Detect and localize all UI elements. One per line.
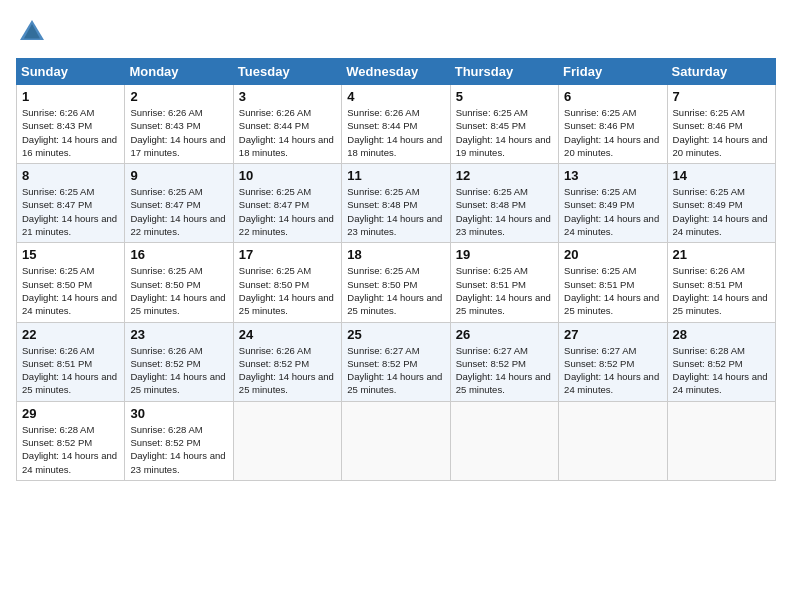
day-number: 12 [456, 168, 553, 183]
day-number: 22 [22, 327, 119, 342]
day-info: Sunrise: 6:25 AMSunset: 8:49 PMDaylight:… [673, 186, 768, 237]
day-number: 21 [673, 247, 770, 262]
day-number: 3 [239, 89, 336, 104]
calendar-cell: 10 Sunrise: 6:25 AMSunset: 8:47 PMDaylig… [233, 164, 341, 243]
calendar-week-row: 8 Sunrise: 6:25 AMSunset: 8:47 PMDayligh… [17, 164, 776, 243]
calendar-cell: 26 Sunrise: 6:27 AMSunset: 8:52 PMDaylig… [450, 322, 558, 401]
day-info: Sunrise: 6:25 AMSunset: 8:46 PMDaylight:… [564, 107, 659, 158]
calendar: SundayMondayTuesdayWednesdayThursdayFrid… [16, 58, 776, 481]
calendar-cell: 17 Sunrise: 6:25 AMSunset: 8:50 PMDaylig… [233, 243, 341, 322]
day-info: Sunrise: 6:28 AMSunset: 8:52 PMDaylight:… [130, 424, 225, 475]
calendar-cell: 27 Sunrise: 6:27 AMSunset: 8:52 PMDaylig… [559, 322, 667, 401]
calendar-cell: 13 Sunrise: 6:25 AMSunset: 8:49 PMDaylig… [559, 164, 667, 243]
day-info: Sunrise: 6:26 AMSunset: 8:52 PMDaylight:… [239, 345, 334, 396]
calendar-cell: 30 Sunrise: 6:28 AMSunset: 8:52 PMDaylig… [125, 401, 233, 480]
calendar-cell: 11 Sunrise: 6:25 AMSunset: 8:48 PMDaylig… [342, 164, 450, 243]
calendar-cell: 24 Sunrise: 6:26 AMSunset: 8:52 PMDaylig… [233, 322, 341, 401]
calendar-cell: 19 Sunrise: 6:25 AMSunset: 8:51 PMDaylig… [450, 243, 558, 322]
logo [16, 16, 52, 48]
day-info: Sunrise: 6:25 AMSunset: 8:47 PMDaylight:… [130, 186, 225, 237]
day-info: Sunrise: 6:26 AMSunset: 8:52 PMDaylight:… [130, 345, 225, 396]
day-info: Sunrise: 6:26 AMSunset: 8:51 PMDaylight:… [22, 345, 117, 396]
calendar-cell: 22 Sunrise: 6:26 AMSunset: 8:51 PMDaylig… [17, 322, 125, 401]
day-info: Sunrise: 6:26 AMSunset: 8:44 PMDaylight:… [347, 107, 442, 158]
calendar-cell [450, 401, 558, 480]
calendar-header-row: SundayMondayTuesdayWednesdayThursdayFrid… [17, 59, 776, 85]
day-number: 7 [673, 89, 770, 104]
day-info: Sunrise: 6:25 AMSunset: 8:49 PMDaylight:… [564, 186, 659, 237]
logo-icon [16, 16, 48, 48]
day-number: 10 [239, 168, 336, 183]
day-number: 25 [347, 327, 444, 342]
calendar-cell: 28 Sunrise: 6:28 AMSunset: 8:52 PMDaylig… [667, 322, 775, 401]
calendar-cell [233, 401, 341, 480]
weekday-header: Tuesday [233, 59, 341, 85]
calendar-cell [342, 401, 450, 480]
calendar-cell: 18 Sunrise: 6:25 AMSunset: 8:50 PMDaylig… [342, 243, 450, 322]
weekday-header: Saturday [667, 59, 775, 85]
day-info: Sunrise: 6:26 AMSunset: 8:43 PMDaylight:… [130, 107, 225, 158]
calendar-cell: 14 Sunrise: 6:25 AMSunset: 8:49 PMDaylig… [667, 164, 775, 243]
day-number: 16 [130, 247, 227, 262]
calendar-week-row: 15 Sunrise: 6:25 AMSunset: 8:50 PMDaylig… [17, 243, 776, 322]
calendar-cell: 6 Sunrise: 6:25 AMSunset: 8:46 PMDayligh… [559, 85, 667, 164]
calendar-cell: 3 Sunrise: 6:26 AMSunset: 8:44 PMDayligh… [233, 85, 341, 164]
day-number: 4 [347, 89, 444, 104]
day-number: 23 [130, 327, 227, 342]
day-info: Sunrise: 6:26 AMSunset: 8:51 PMDaylight:… [673, 265, 768, 316]
day-info: Sunrise: 6:27 AMSunset: 8:52 PMDaylight:… [456, 345, 551, 396]
weekday-header: Sunday [17, 59, 125, 85]
calendar-cell [667, 401, 775, 480]
calendar-cell: 12 Sunrise: 6:25 AMSunset: 8:48 PMDaylig… [450, 164, 558, 243]
calendar-week-row: 29 Sunrise: 6:28 AMSunset: 8:52 PMDaylig… [17, 401, 776, 480]
day-number: 2 [130, 89, 227, 104]
calendar-cell: 1 Sunrise: 6:26 AMSunset: 8:43 PMDayligh… [17, 85, 125, 164]
day-number: 6 [564, 89, 661, 104]
day-number: 9 [130, 168, 227, 183]
day-number: 15 [22, 247, 119, 262]
day-info: Sunrise: 6:25 AMSunset: 8:48 PMDaylight:… [456, 186, 551, 237]
calendar-cell: 5 Sunrise: 6:25 AMSunset: 8:45 PMDayligh… [450, 85, 558, 164]
day-info: Sunrise: 6:25 AMSunset: 8:50 PMDaylight:… [347, 265, 442, 316]
day-info: Sunrise: 6:26 AMSunset: 8:44 PMDaylight:… [239, 107, 334, 158]
weekday-header: Monday [125, 59, 233, 85]
day-info: Sunrise: 6:25 AMSunset: 8:51 PMDaylight:… [456, 265, 551, 316]
day-number: 18 [347, 247, 444, 262]
day-info: Sunrise: 6:25 AMSunset: 8:47 PMDaylight:… [239, 186, 334, 237]
day-info: Sunrise: 6:25 AMSunset: 8:45 PMDaylight:… [456, 107, 551, 158]
day-info: Sunrise: 6:25 AMSunset: 8:50 PMDaylight:… [130, 265, 225, 316]
calendar-cell: 8 Sunrise: 6:25 AMSunset: 8:47 PMDayligh… [17, 164, 125, 243]
calendar-cell: 25 Sunrise: 6:27 AMSunset: 8:52 PMDaylig… [342, 322, 450, 401]
calendar-cell: 15 Sunrise: 6:25 AMSunset: 8:50 PMDaylig… [17, 243, 125, 322]
day-info: Sunrise: 6:25 AMSunset: 8:48 PMDaylight:… [347, 186, 442, 237]
day-info: Sunrise: 6:25 AMSunset: 8:50 PMDaylight:… [239, 265, 334, 316]
day-number: 24 [239, 327, 336, 342]
day-number: 5 [456, 89, 553, 104]
day-info: Sunrise: 6:28 AMSunset: 8:52 PMDaylight:… [22, 424, 117, 475]
calendar-week-row: 22 Sunrise: 6:26 AMSunset: 8:51 PMDaylig… [17, 322, 776, 401]
calendar-cell: 4 Sunrise: 6:26 AMSunset: 8:44 PMDayligh… [342, 85, 450, 164]
day-info: Sunrise: 6:25 AMSunset: 8:47 PMDaylight:… [22, 186, 117, 237]
calendar-week-row: 1 Sunrise: 6:26 AMSunset: 8:43 PMDayligh… [17, 85, 776, 164]
day-number: 30 [130, 406, 227, 421]
page-header [16, 16, 776, 48]
day-info: Sunrise: 6:25 AMSunset: 8:51 PMDaylight:… [564, 265, 659, 316]
calendar-cell: 9 Sunrise: 6:25 AMSunset: 8:47 PMDayligh… [125, 164, 233, 243]
day-number: 13 [564, 168, 661, 183]
calendar-cell: 23 Sunrise: 6:26 AMSunset: 8:52 PMDaylig… [125, 322, 233, 401]
calendar-cell: 2 Sunrise: 6:26 AMSunset: 8:43 PMDayligh… [125, 85, 233, 164]
day-number: 14 [673, 168, 770, 183]
calendar-cell [559, 401, 667, 480]
calendar-cell: 7 Sunrise: 6:25 AMSunset: 8:46 PMDayligh… [667, 85, 775, 164]
day-info: Sunrise: 6:25 AMSunset: 8:50 PMDaylight:… [22, 265, 117, 316]
weekday-header: Friday [559, 59, 667, 85]
weekday-header: Thursday [450, 59, 558, 85]
day-number: 19 [456, 247, 553, 262]
day-info: Sunrise: 6:28 AMSunset: 8:52 PMDaylight:… [673, 345, 768, 396]
day-number: 8 [22, 168, 119, 183]
day-number: 29 [22, 406, 119, 421]
calendar-cell: 21 Sunrise: 6:26 AMSunset: 8:51 PMDaylig… [667, 243, 775, 322]
day-number: 1 [22, 89, 119, 104]
day-info: Sunrise: 6:26 AMSunset: 8:43 PMDaylight:… [22, 107, 117, 158]
day-number: 27 [564, 327, 661, 342]
